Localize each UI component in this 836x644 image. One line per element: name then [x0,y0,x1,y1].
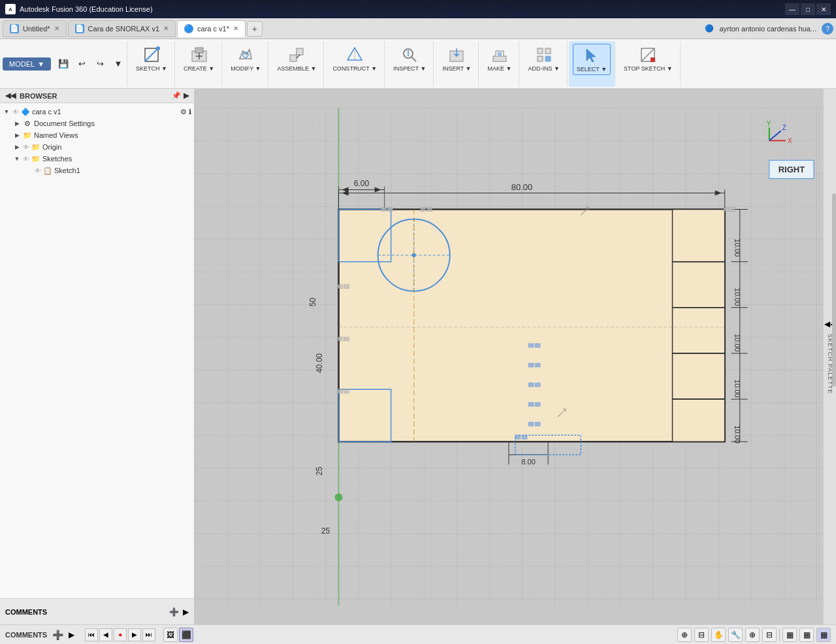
close-button[interactable]: ✕ [816,3,831,15]
tree-item-sketch1[interactable]: 👁 📋 Sketch1 [0,165,194,176]
comments-bar-label: COMMENTS [5,631,47,639]
canvas-area[interactable]: 80.00 6.00 50 40.00 25 10.00 10.00 10.00… [195,89,823,624]
tree-item-doc-settings[interactable]: ▶ ⚙ Document Settings [0,118,194,129]
sketch-palette-panel[interactable]: ◀◀ SKETCH PALETTE [823,89,836,624]
svg-rect-104 [528,402,534,406]
nav-first-button[interactable]: ⏮ [85,628,98,641]
svg-point-16 [408,50,409,52]
help-button[interactable]: ? [822,23,833,35]
tree-label-origin: Origin [42,143,61,151]
model-dropdown[interactable]: MODEL ▼ [3,57,51,71]
folder-icon-origin: 📁 [31,142,40,152]
create-button[interactable]: CREATE ▼ [180,44,217,74]
maximize-button[interactable]: □ [801,3,815,15]
tree-toggle-doc[interactable]: ▶ [13,120,21,127]
svg-rect-110 [522,435,527,439]
eye-icon-sketch1[interactable]: 👁 [35,167,41,174]
zoom-in-button[interactable]: ⊕ [745,628,760,642]
tab-snorlax-close[interactable]: ✕ [163,25,169,32]
comments-add-icon[interactable]: ➕ [169,607,179,617]
browser-expand[interactable]: ▶ [184,91,189,100]
grid-button2[interactable]: ▦ [799,628,814,642]
insert-icon [447,46,466,64]
tree-toggle-origin[interactable]: ▶ [13,143,21,151]
svg-rect-26 [651,57,655,62]
sketch-button[interactable]: SKETCH ▼ [133,44,170,74]
nav-next-button[interactable]: ▶ [128,628,141,641]
tree-item-origin[interactable]: ▶ 👁 📁 Origin [0,141,194,153]
comments-expand-icon[interactable]: ▶ [183,607,189,617]
comments-add-btn[interactable]: ➕ [52,630,63,640]
tab-snorlax[interactable]: 📄 Cara de SNORLAX v1 ✕ [68,20,176,37]
settings-icon-cara[interactable]: ⚙ [180,108,187,116]
inspect-button[interactable]: INSPECT ▼ [390,44,429,74]
addins-icon [535,46,553,64]
model-chevron: ▼ [37,60,44,68]
tree-item-cara-c-v1[interactable]: ▼ 👁 🔷 cara c v1 ⚙ ℹ [0,106,194,118]
tab-untitled-close[interactable]: ✕ [54,25,59,32]
zoom-button[interactable]: 🔧 [728,628,743,642]
dropdown-button[interactable]: ▼ [110,57,127,71]
undo-button[interactable]: ↩ [73,57,90,71]
tree-toggle-cara[interactable]: ▼ [3,108,10,116]
addins-button[interactable]: ADD-INS ▼ [524,44,562,74]
nav-prev-button[interactable]: ◀ [99,628,112,641]
svg-text:8.00: 8.00 [521,458,535,466]
minimize-button[interactable]: — [785,3,799,15]
redo-button[interactable]: ↪ [91,57,108,71]
svg-rect-88 [337,337,342,341]
info-icon-cara[interactable]: ℹ [189,108,191,116]
tree-toggle-named[interactable]: ▶ [13,131,21,139]
new-tab-button[interactable]: + [247,21,263,37]
browser-panel: ◀◀ BROWSER 📌 ▶ ▼ 👁 🔷 cara c v1 ⚙ ℹ ▶ ⚙ D… [0,89,195,624]
comments-expand-btn[interactable]: ▶ [69,630,74,639]
collapse-icon[interactable]: ◀◀ [5,91,16,100]
stopsketch-button[interactable]: STOP SKETCH ▼ [620,44,676,74]
tree-item-named-views[interactable]: ▶ 📁 Named Views [0,129,194,141]
tab-cara-close[interactable]: ✕ [233,25,238,32]
tab-untitled[interactable]: 📄 Untitled* ✕ [3,20,67,37]
snap-button[interactable]: ⊕ [677,628,692,642]
svg-rect-109 [515,435,521,439]
comments-button[interactable]: COMMENTS [5,631,47,639]
assemble-button[interactable]: ASSEMBLE ▼ [274,44,319,74]
modify-button[interactable]: MODIFY ▼ [227,44,264,74]
eye-icon-cara[interactable]: 👁 [12,108,19,116]
tab-cara[interactable]: 🔷 cara c v1* ✕ [177,20,246,37]
comments-label[interactable]: COMMENTS [5,608,47,616]
svg-rect-102 [528,383,534,387]
browser-pin[interactable]: 📌 [172,91,181,100]
svg-rect-9 [297,48,303,55]
tab-snorlax-icon: 📄 [75,24,84,33]
orbit-button[interactable]: ⊟ [694,628,709,642]
save-button[interactable]: 💾 [55,57,72,71]
grid-button3[interactable]: ▦ [816,628,831,642]
make-button[interactable]: MAKE ▼ [484,44,515,74]
nav-last-button[interactable]: ⏭ [142,628,155,641]
svg-rect-22 [538,56,543,61]
user-area: 🔵 ayrton antonio cardenas hua... ? [705,23,833,35]
inspect-icon [400,46,419,64]
sketch-canvas: 80.00 6.00 50 40.00 25 10.00 10.00 10.00… [195,89,823,624]
svg-rect-19 [498,52,502,56]
addins-label: ADD-INS ▼ [528,65,559,72]
nav-record-button[interactable]: ● [114,628,127,641]
insert-button[interactable]: INSERT ▼ [439,44,474,74]
zoom-out-button[interactable]: ⊟ [762,628,777,642]
eye-icon-origin[interactable]: 👁 [23,144,29,151]
eye-icon-sketches[interactable]: 👁 [23,155,29,163]
pan-button[interactable]: ✋ [711,628,726,642]
tree-label-named: Named Views [34,131,78,139]
view-icon-btn[interactable]: 🖼 [163,628,178,642]
construct-button[interactable]: CONSTRUCT ▼ [329,44,380,74]
folder-icon-sketches: 📁 [31,154,40,163]
select-button[interactable]: SELECT ▼ [573,44,611,75]
svg-rect-89 [344,337,349,341]
view-icon-btn2[interactable]: ⬛ [179,628,193,642]
svg-rect-20 [538,48,543,54]
grid-button[interactable]: ▦ [782,628,797,642]
svg-text:Y: Y [767,120,771,127]
tree-toggle-sketches[interactable]: ▼ [13,155,21,163]
redo-icon: ↪ [94,58,106,70]
tree-item-sketches[interactable]: ▼ 👁 📁 Sketches [0,153,194,165]
